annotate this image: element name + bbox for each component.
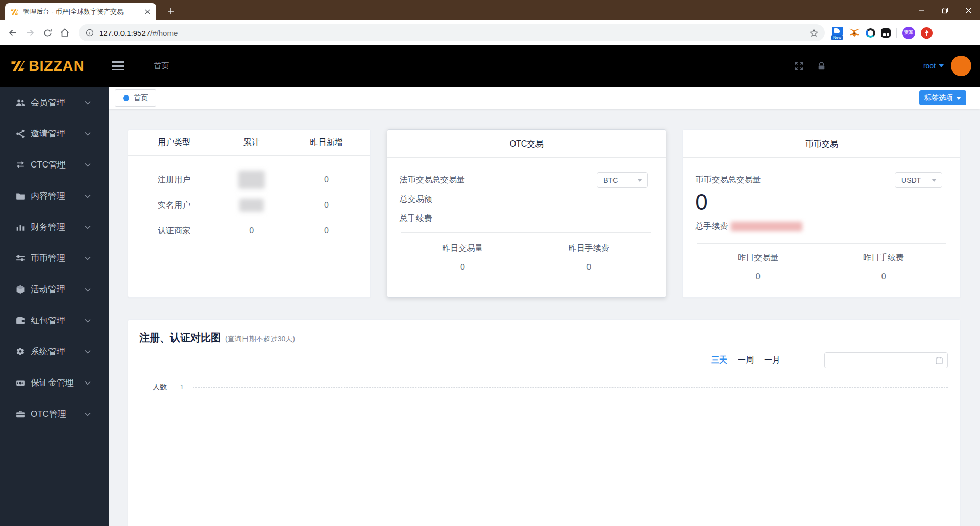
url-bar[interactable]: 127.0.0.1:9527/#/home [79, 24, 825, 41]
sidebar-item-label: 红包管理 [31, 315, 85, 326]
fullscreen-icon[interactable] [794, 61, 804, 71]
chevron-down-icon [85, 101, 91, 105]
stats-row-label: 实名用户 [128, 200, 220, 211]
reload-icon[interactable] [39, 24, 56, 41]
calendar-icon [935, 356, 943, 365]
spot-currency-value: USDT [901, 176, 921, 184]
url-text: 127.0.0.1:9527/#/home [99, 29, 805, 37]
tab-close-icon[interactable] [143, 7, 152, 16]
header-nav-home[interactable]: 首页 [154, 61, 169, 71]
date-range-input[interactable] [824, 352, 948, 368]
stats-table-header: 用户类型 累计 昨日新增 [128, 130, 370, 156]
extension-red-icon[interactable] [921, 27, 933, 39]
metamask-icon[interactable] [849, 28, 860, 38]
card-title: 币币交易 [683, 130, 960, 158]
user-stats-card: 用户类型 累计 昨日新增 注册用户 0 实名用户 0 [128, 129, 371, 298]
chevron-down-icon [85, 350, 91, 354]
cube-icon [15, 284, 25, 294]
extension-ring-icon[interactable] [866, 28, 875, 38]
range-link-three-days[interactable]: 三天 [711, 355, 727, 366]
yesterday-fee-label: 昨日手续费 [821, 253, 946, 264]
back-icon[interactable] [4, 24, 21, 41]
tag-bar: 首页 标签选项 [109, 87, 980, 109]
tag-active-dot [123, 95, 129, 101]
yesterday-fee-label: 昨日手续费 [526, 243, 652, 254]
browser-tab[interactable]: 管理后台 - 币严|全球数字资产交易 [5, 3, 156, 20]
caret-down-icon [939, 64, 944, 67]
tag-label: 首页 [134, 93, 148, 103]
otc-trade-card: OTC交易 法币交易总交易量 总交易额 总手续费 昨日交易量 0 昨日手续费 0 [387, 129, 667, 298]
stats-col-header: 累计 [220, 137, 283, 148]
stats-row-value: 0 [220, 226, 283, 235]
sidebar-item-margin[interactable]: 保证金管理 [0, 367, 109, 398]
bizzan-logo-icon [9, 58, 27, 74]
chevron-down-icon [85, 319, 91, 323]
sidebar-item-label: 活动管理 [31, 283, 85, 295]
redacted-value [731, 222, 802, 231]
gear-icon [15, 347, 25, 356]
dashboard-content: 用户类型 累计 昨日新增 注册用户 0 实名用户 0 [109, 109, 980, 526]
tab-title: 管理后台 - 币严|全球数字资产交易 [23, 7, 143, 16]
forward-icon[interactable] [21, 24, 39, 41]
new-tab-button[interactable] [164, 5, 178, 18]
sidebar-item-otc[interactable]: OTC管理 [0, 398, 109, 429]
avatar[interactable] [951, 56, 971, 76]
yesterday-volume-value: 0 [400, 262, 526, 272]
sidebar-item-redpacket[interactable]: 红包管理 [0, 305, 109, 336]
sidebar-item-label: 系统管理 [31, 346, 85, 357]
sidebar-item-spot[interactable]: 币币管理 [0, 243, 109, 274]
yesterday-volume-label: 昨日交易量 [695, 253, 821, 264]
lock-screen-icon[interactable] [817, 61, 826, 71]
otc-fee-label: 总手续费 [400, 209, 652, 228]
chevron-down-icon [85, 412, 91, 416]
chart-y-axis-name: 人数 [153, 382, 167, 392]
stats-row-value: 0 [283, 201, 370, 210]
sliders-icon [15, 253, 25, 263]
sidebar-item-ctc[interactable]: CTC管理 [0, 149, 109, 180]
tag-options-button[interactable]: 标签选项 [919, 90, 966, 105]
spot-fee-label: 总手续费 [695, 221, 728, 232]
otc-currency-select[interactable]: BTC [597, 172, 648, 188]
chart-title: 注册、认证对比图 [139, 331, 221, 345]
sidebar-item-content[interactable]: 内容管理 [0, 180, 109, 211]
folder-icon [15, 191, 25, 201]
card-title: OTC交易 [387, 130, 666, 158]
extension-new-icon[interactable]: New [832, 27, 843, 36]
spot-currency-select[interactable]: USDT [895, 172, 942, 188]
username: root [923, 62, 936, 70]
sidebar-item-label: 邀请管理 [31, 128, 85, 139]
home-icon[interactable] [56, 24, 74, 41]
sidebar-item-invites[interactable]: 邀请管理 [0, 118, 109, 149]
range-link-one-week[interactable]: 一周 [738, 355, 754, 366]
extension-dark-icon[interactable] [881, 28, 891, 38]
sidebar-item-label: 会员管理 [31, 97, 85, 108]
stats-col-header: 用户类型 [128, 137, 220, 148]
brand-logo[interactable]: BIZZAN [9, 58, 84, 75]
tab-tag-home[interactable]: 首页 [115, 89, 156, 107]
sidebar-toggle-icon[interactable] [112, 61, 124, 70]
window-minimize-button[interactable] [910, 0, 933, 20]
sidebar-item-system[interactable]: 系统管理 [0, 336, 109, 367]
sidebar-item-activity[interactable]: 活动管理 [0, 274, 109, 305]
divider [401, 232, 652, 233]
profile-badge[interactable]: 贤军 [902, 27, 915, 39]
range-link-one-month[interactable]: 一月 [764, 355, 780, 366]
table-row: 实名用户 0 [128, 193, 370, 218]
sidebar-item-finance[interactable]: 财务管理 [0, 211, 109, 243]
window-close-button[interactable] [957, 0, 980, 20]
chevron-down-icon [85, 288, 91, 292]
site-info-icon[interactable] [86, 29, 94, 37]
sidebar: 会员管理 邀请管理 CTC管理 内容管理 财务管理 币币管理 活动管理 红包管理 [0, 87, 109, 526]
user-menu[interactable]: root [923, 62, 944, 70]
caret-down-icon [956, 97, 961, 100]
bookmark-star-icon[interactable] [809, 28, 819, 38]
window-restore-button[interactable] [933, 0, 957, 20]
browser-toolbar: 127.0.0.1:9527/#/home New 贤军 [0, 20, 980, 45]
yesterday-fee-value: 0 [821, 272, 946, 281]
sidebar-item-members[interactable]: 会员管理 [0, 87, 109, 118]
share-icon [15, 129, 25, 138]
extension-new-badge: New [831, 35, 843, 40]
stats-row-value: 0 [283, 175, 370, 184]
tag-options-label: 标签选项 [924, 93, 953, 103]
caret-down-icon [932, 179, 937, 182]
